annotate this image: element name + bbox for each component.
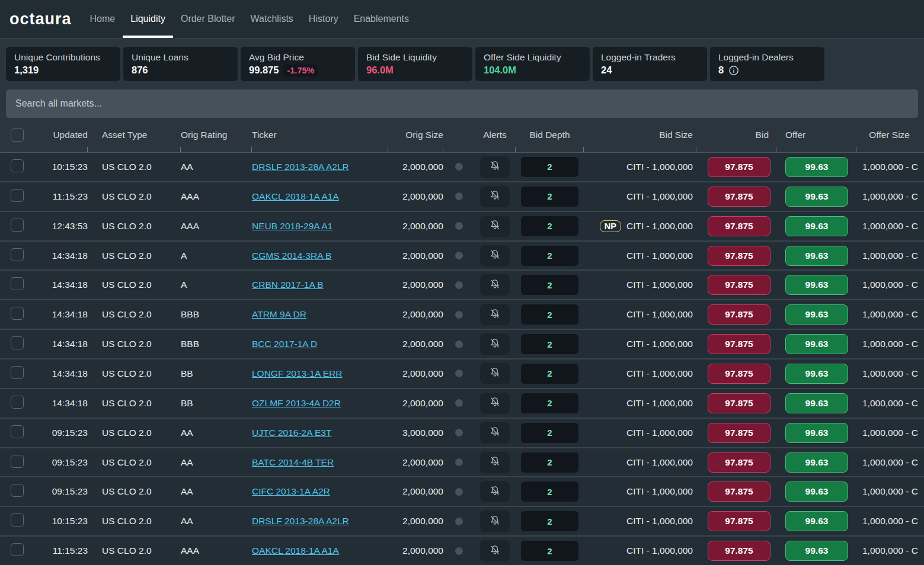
offer-price-button[interactable]: 99.63 (785, 187, 848, 207)
ticker-link[interactable]: BCC 2017-1A D (252, 339, 317, 349)
bid-price-button[interactable]: 97.875 (708, 304, 770, 325)
bid-price-button[interactable]: 97.875 (708, 511, 770, 531)
row-checkbox[interactable] (11, 543, 24, 556)
offer-price-button[interactable]: 99.63 (785, 481, 848, 502)
bid-depth-chip[interactable]: 2 (521, 157, 578, 177)
info-icon[interactable] (728, 65, 739, 76)
ticker-link[interactable]: CGMS 2014-3RA B (252, 251, 331, 261)
ticker-link[interactable]: LONGF 2013-1A ERR (252, 368, 342, 378)
offer-price-button[interactable]: 99.63 (785, 364, 848, 384)
bid-depth-chip[interactable]: 2 (521, 304, 578, 325)
row-checkbox[interactable] (11, 366, 24, 379)
row-checkbox[interactable] (11, 277, 24, 290)
table-row[interactable]: 14:34:18 US CLO 2.0 BBB ATRM 9A DR 2,000… (0, 299, 924, 329)
offer-price-button[interactable]: 99.63 (785, 216, 848, 236)
row-checkbox[interactable] (11, 455, 24, 468)
table-row[interactable]: 14:34:18 US CLO 2.0 A CGMS 2014-3RA B 2,… (0, 240, 924, 270)
bid-price-button[interactable]: 97.875 (708, 187, 770, 207)
row-checkbox[interactable] (11, 248, 24, 261)
ticker-link[interactable]: DRSLF 2013-28A A2LR (252, 516, 349, 526)
offer-price-button[interactable]: 99.63 (785, 423, 848, 443)
bid-price-button[interactable]: 97.875 (708, 423, 770, 443)
offer-price-button[interactable]: 99.63 (785, 157, 848, 177)
row-checkbox[interactable] (11, 219, 24, 232)
table-row[interactable]: 09:15:23 US CLO 2.0 AA CIFC 2013-1A A2R … (0, 476, 924, 506)
bid-depth-chip[interactable]: 2 (521, 452, 578, 473)
col-header-updated[interactable]: Updated (33, 118, 88, 152)
mute-alerts-button[interactable] (480, 422, 510, 444)
ticker-link[interactable]: CIFC 2013-1A A2R (252, 486, 330, 496)
ticker-link[interactable]: ATRM 9A DR (252, 309, 306, 319)
ticker-link[interactable]: DRSLF 2013-28A A2LR (252, 162, 349, 172)
offer-price-button[interactable]: 99.63 (785, 541, 848, 561)
row-checkbox[interactable] (11, 159, 24, 172)
ticker-link[interactable]: OAKCL 2018-1A A1A (252, 191, 339, 201)
bid-price-button[interactable]: 97.875 (708, 216, 770, 236)
table-row[interactable]: 14:34:18 US CLO 2.0 BBB BCC 2017-1A D 2,… (0, 329, 924, 358)
bid-depth-chip[interactable]: 2 (521, 481, 578, 502)
col-header-bid[interactable]: Bid (696, 118, 776, 152)
offer-price-button[interactable]: 99.63 (785, 275, 848, 295)
nav-item-watchlists[interactable]: Watchlists (243, 0, 301, 38)
offer-price-button[interactable]: 99.63 (785, 511, 848, 531)
row-checkbox[interactable] (11, 484, 24, 497)
bid-depth-chip[interactable]: 2 (521, 541, 578, 561)
bid-depth-chip[interactable]: 2 (521, 423, 578, 443)
table-row[interactable]: 09:15:23 US CLO 2.0 AA BATC 2014-4B TER … (0, 447, 924, 477)
offer-price-button[interactable]: 99.63 (785, 304, 848, 325)
bid-price-button[interactable]: 97.875 (708, 275, 770, 295)
col-header-asset-type[interactable]: Asset Type (88, 118, 181, 152)
mute-alerts-button[interactable] (480, 511, 510, 532)
col-header-bid-depth[interactable]: Bid Depth (516, 118, 584, 152)
offer-price-button[interactable]: 99.63 (785, 452, 848, 473)
mute-alerts-button[interactable] (480, 216, 510, 237)
offer-price-button[interactable]: 99.63 (785, 334, 848, 354)
nav-item-history[interactable]: History (301, 0, 346, 38)
row-checkbox[interactable] (11, 396, 24, 409)
mute-alerts-button[interactable] (480, 333, 510, 355)
search-input[interactable] (6, 89, 918, 118)
table-row[interactable]: 14:34:18 US CLO 2.0 BB OZLMF 2013-4A D2R… (0, 388, 924, 418)
table-row[interactable]: 14:34:18 US CLO 2.0 A CRBN 2017-1A B 2,0… (0, 269, 924, 299)
nav-item-liquidity[interactable]: Liquidity (123, 0, 173, 38)
select-all-checkbox[interactable] (11, 129, 24, 142)
bid-price-button[interactable]: 97.875 (708, 393, 770, 413)
col-header-offer[interactable]: Offer (776, 118, 856, 152)
bid-price-button[interactable]: 97.875 (708, 452, 770, 473)
row-checkbox[interactable] (11, 513, 24, 527)
mute-alerts-button[interactable] (480, 540, 510, 561)
mute-alerts-button[interactable] (480, 363, 510, 384)
row-checkbox[interactable] (11, 307, 24, 320)
mute-alerts-button[interactable] (480, 393, 510, 414)
mute-alerts-button[interactable] (480, 304, 510, 325)
bid-price-button[interactable]: 97.875 (708, 364, 770, 384)
row-checkbox[interactable] (11, 425, 24, 438)
bid-depth-chip[interactable]: 2 (521, 275, 578, 295)
ticker-link[interactable]: CRBN 2017-1A B (252, 280, 324, 290)
bid-depth-chip[interactable]: 2 (521, 216, 578, 236)
bid-depth-chip[interactable]: 2 (521, 334, 578, 354)
mute-alerts-button[interactable] (480, 274, 510, 296)
col-header-orig-rating[interactable]: Orig Rating (181, 118, 252, 152)
ticker-link[interactable]: OAKCL 2018-1A A1A (252, 545, 339, 556)
bid-depth-chip[interactable]: 2 (521, 187, 578, 207)
col-header-orig-size[interactable]: Orig Size (388, 118, 443, 152)
bid-depth-chip[interactable]: 2 (521, 393, 578, 413)
table-row[interactable]: 11:15:23 US CLO 2.0 AAA OAKCL 2018-1A A1… (0, 535, 924, 565)
table-row[interactable]: 10:15:23 US CLO 2.0 AA DRSLF 2013-28A A2… (0, 153, 924, 181)
bid-price-button[interactable]: 97.875 (708, 334, 770, 354)
table-row[interactable]: 10:15:23 US CLO 2.0 AA DRSLF 2013-28A A2… (0, 506, 924, 535)
mute-alerts-button[interactable] (480, 481, 510, 502)
row-checkbox[interactable] (11, 336, 24, 349)
offer-price-button[interactable]: 99.63 (785, 393, 848, 413)
offer-price-button[interactable]: 99.63 (785, 246, 848, 266)
bid-depth-chip[interactable]: 2 (521, 246, 578, 266)
col-header-alerts[interactable]: Alerts (474, 118, 516, 152)
bid-depth-chip[interactable]: 2 (521, 364, 578, 384)
nav-item-home[interactable]: Home (82, 0, 123, 38)
bid-price-button[interactable]: 97.875 (708, 481, 770, 502)
table-row[interactable]: 12:43:53 US CLO 2.0 AAA NEUB 2018-29A A1… (0, 211, 924, 240)
mute-alerts-button[interactable] (480, 186, 510, 207)
ticker-link[interactable]: BATC 2014-4B TER (252, 457, 334, 467)
row-checkbox[interactable] (11, 189, 24, 202)
